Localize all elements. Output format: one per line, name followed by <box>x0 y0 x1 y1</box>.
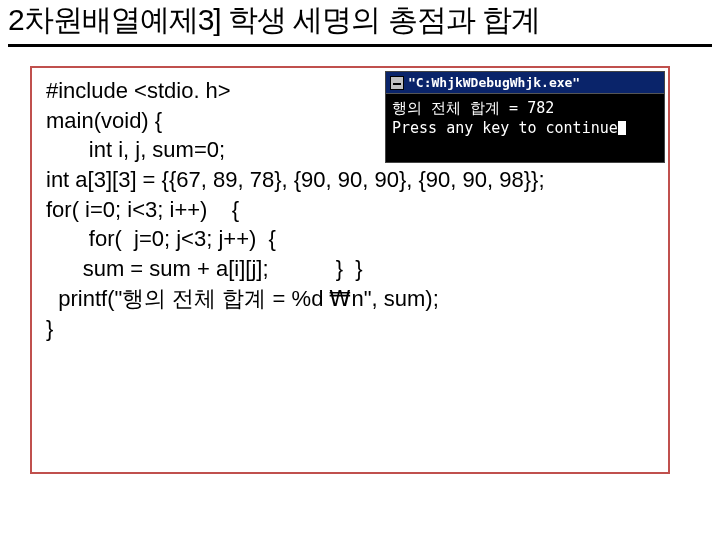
console-window: "C:WhjkWDebugWhjk.exe" 행의 전체 합계 = 782 Pr… <box>385 71 665 163</box>
code-line: } <box>46 314 654 344</box>
code-line: sum = sum + a[i][j]; } } <box>46 254 654 284</box>
code-line: int a[3][3] = {{67, 89, 78}, {90, 90, 90… <box>46 165 654 195</box>
console-line1: 행의 전체 합계 = 782 <box>392 99 554 117</box>
code-box: "C:WhjkWDebugWhjk.exe" 행의 전체 합계 = 782 Pr… <box>30 66 670 474</box>
console-cursor <box>618 121 626 135</box>
cmd-icon <box>390 76 404 90</box>
code-line: for( i=0; i<3; i++) { <box>46 195 654 225</box>
console-titlebar: "C:WhjkWDebugWhjk.exe" <box>386 72 664 94</box>
slide-title: 2차원배열예제3] 학생 세명의 총점과 합계 <box>8 2 712 47</box>
console-line2: Press any key to continue <box>392 119 618 137</box>
console-body: 행의 전체 합계 = 782 Press any key to continue <box>386 94 664 143</box>
code-line: for( j=0; j<3; j++) { <box>46 224 654 254</box>
console-title: "C:WhjkWDebugWhjk.exe" <box>408 74 660 92</box>
code-line: printf("행의 전체 합계 = %d ₩n", sum); <box>46 284 654 314</box>
